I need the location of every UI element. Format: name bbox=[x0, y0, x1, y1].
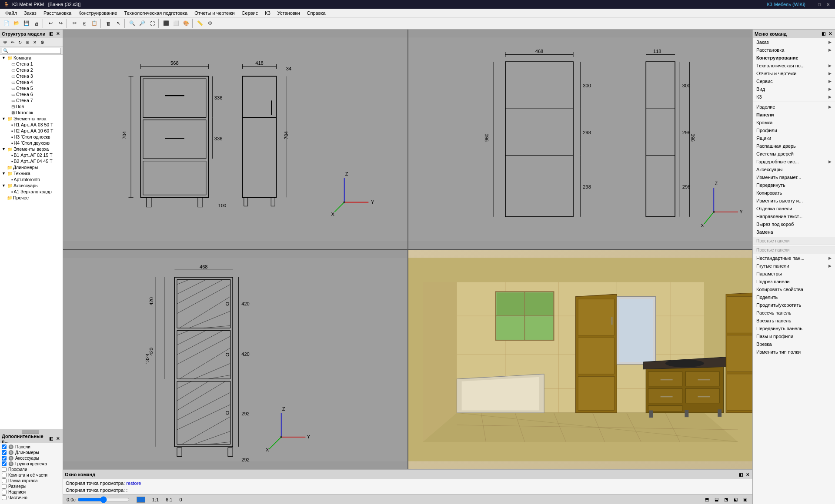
right-menu-item-1-2[interactable]: Кромка bbox=[753, 119, 835, 126]
right-menu-item-2-11[interactable]: Врезка bbox=[753, 340, 835, 348]
right-menu-item-0-5[interactable]: Сервис▶ bbox=[753, 77, 835, 85]
right-menu-item-1-0[interactable]: Изделие▶ bbox=[753, 103, 835, 111]
menu-item-заказ[interactable]: Заказ bbox=[20, 10, 40, 17]
tb-settings[interactable]: ⚙ bbox=[205, 19, 215, 28]
minimize-button[interactable]: — bbox=[807, 1, 814, 8]
structure-search-input[interactable] bbox=[2, 48, 61, 54]
right-menu-item-1-11[interactable]: Копировать bbox=[753, 189, 835, 197]
tree-item-11[interactable]: ▪Н1 Арт..АА 03 50 Т bbox=[0, 122, 63, 128]
st-edit[interactable]: ✏ bbox=[9, 39, 16, 46]
additional-checkbox-0[interactable] bbox=[2, 444, 7, 449]
st-refresh[interactable]: ↻ bbox=[17, 39, 23, 46]
tree-item-19[interactable]: ▼📁Техника bbox=[0, 170, 63, 176]
tb-zoom-out[interactable]: 🔎 bbox=[137, 19, 147, 28]
tree-item-15[interactable]: ▼📁Элементы верха bbox=[0, 146, 63, 152]
status-btn-2[interactable]: ⬓ bbox=[712, 496, 720, 504]
tree-item-0[interactable]: ▼📁Комната bbox=[0, 55, 63, 61]
tree-item-23[interactable]: 📁Прочее bbox=[0, 195, 63, 201]
additional-resize-btn[interactable]: ◧ bbox=[48, 436, 54, 442]
right-menu-item-0-2[interactable]: Конструирование bbox=[753, 54, 835, 62]
right-menu-item-0-6[interactable]: Вид▶ bbox=[753, 85, 835, 93]
right-menu-item-2-5[interactable]: Поделить bbox=[753, 293, 835, 301]
additional-checkbox-3[interactable] bbox=[2, 461, 7, 466]
tree-item-12[interactable]: ▪Н2 Арт..АА 10 60 Т bbox=[0, 128, 63, 134]
st-config[interactable]: ⚙ bbox=[39, 39, 46, 46]
tb-select[interactable]: ↖ bbox=[114, 19, 123, 28]
menu-item-справка[interactable]: Справка bbox=[304, 10, 329, 17]
tree-item-13[interactable]: ▪Н3 'Стол односкв bbox=[0, 134, 63, 140]
menu-item-расстановка[interactable]: Расстановка bbox=[40, 10, 75, 17]
right-menu-item-1-6[interactable]: Системы дверей bbox=[753, 150, 835, 158]
tree-item-7[interactable]: ▭Стена 7 bbox=[0, 97, 63, 103]
right-menu-item-2-7[interactable]: Рассечь панель bbox=[753, 309, 835, 317]
right-menu-item-0-4[interactable]: Отчеты и чертежи▶ bbox=[753, 70, 835, 77]
tree-item-6[interactable]: ▭Стена 6 bbox=[0, 91, 63, 97]
right-menu-item-2-8[interactable]: Врезать панель bbox=[753, 317, 835, 325]
right-menu-item-2-4[interactable]: Копировать свойства bbox=[753, 285, 835, 293]
menu-item-технологическая-подготовка[interactable]: Технологическая подготовка bbox=[120, 10, 191, 17]
right-menu-item-1-5[interactable]: Распашная дверь bbox=[753, 142, 835, 150]
tb-redo[interactable]: ↪ bbox=[56, 19, 65, 28]
viewport-top-right[interactable]: 468 118 960 300 298 bbox=[408, 30, 753, 249]
additional-checkbox-7[interactable] bbox=[2, 484, 7, 489]
right-menu-item-0-3[interactable]: Технологическая по...▶ bbox=[753, 62, 835, 70]
tb-measure[interactable]: 📏 bbox=[195, 19, 205, 28]
status-btn-4[interactable]: ⬕ bbox=[731, 496, 739, 504]
tb-print[interactable]: 🖨 bbox=[32, 19, 41, 28]
tb-undo[interactable]: ↩ bbox=[46, 19, 55, 28]
right-menu-item-1-13[interactable]: Отделка панели bbox=[753, 205, 835, 212]
right-menu-item-1-15[interactable]: Вырез под короб bbox=[753, 220, 835, 228]
right-menu-item-1-4[interactable]: Ящики bbox=[753, 134, 835, 142]
structure-resize-btn[interactable]: ◧ bbox=[48, 31, 54, 37]
right-menu-item-2-3[interactable]: Подрез панели bbox=[753, 278, 835, 285]
st-settings[interactable]: ✕ bbox=[31, 39, 38, 46]
right-menu-item-1-8[interactable]: Аксессуары bbox=[753, 166, 835, 173]
menu-item-отчеты-и-чертежи[interactable]: Отчеты и чертежи bbox=[191, 10, 238, 17]
cmd-close-btn[interactable]: ✕ bbox=[745, 471, 751, 477]
tb-copy[interactable]: ⎘ bbox=[80, 19, 89, 28]
right-menu-item-2-0[interactable]: Нестандартные пан...▶ bbox=[753, 254, 835, 262]
tb-delete[interactable]: 🗑 bbox=[104, 19, 113, 28]
right-menu-item-1-12[interactable]: Изменить высоту и... bbox=[753, 197, 835, 205]
structure-close-btn[interactable]: ✕ bbox=[55, 31, 61, 37]
menu-item-файл[interactable]: Файл bbox=[2, 10, 20, 17]
right-menu-item-1-10[interactable]: Передвинуть bbox=[753, 181, 835, 189]
tb-save[interactable]: 💾 bbox=[22, 19, 31, 28]
right-menu-item-1-14[interactable]: Направление текст... bbox=[753, 212, 835, 220]
tb-3d[interactable]: ⬛ bbox=[161, 19, 171, 28]
tree-item-8[interactable]: ⊟Пол bbox=[0, 103, 63, 109]
right-menu-item-0-7[interactable]: К3▶ bbox=[753, 93, 835, 101]
tree-item-18[interactable]: 📁Длиномеры bbox=[0, 164, 63, 170]
tree-item-17[interactable]: ▪В2 Арт..АГ 04 45 Т bbox=[0, 158, 63, 164]
tb-render[interactable]: 🎨 bbox=[181, 19, 191, 28]
tree-item-4[interactable]: ▭Стена 4 bbox=[0, 79, 63, 85]
status-btn-1[interactable]: ⬒ bbox=[703, 496, 711, 504]
color-swatch[interactable] bbox=[137, 497, 145, 503]
tb-new[interactable]: 📄 bbox=[2, 19, 11, 28]
right-menu-item-1-9[interactable]: Изменить парамет... bbox=[753, 173, 835, 181]
right-menu-item-2-10[interactable]: Пазы и профили bbox=[753, 332, 835, 340]
viewport-top-left[interactable]: 568 418 34 704 bbox=[63, 30, 407, 249]
progress-slider[interactable] bbox=[77, 497, 130, 502]
status-btn-5[interactable]: ▣ bbox=[741, 496, 749, 504]
tb-zoom-in[interactable]: 🔍 bbox=[127, 19, 137, 28]
right-menu-close-btn[interactable]: ✕ bbox=[827, 31, 833, 37]
tb-open[interactable]: 📂 bbox=[12, 19, 21, 28]
tree-item-1[interactable]: ▭Стена 1 bbox=[0, 61, 63, 67]
viewport-bottom-left[interactable]: 468 420 420 1324 420 420 bbox=[63, 250, 407, 469]
additional-checkbox-8[interactable] bbox=[2, 490, 7, 494]
additional-checkbox-9[interactable] bbox=[2, 495, 7, 500]
maximize-button[interactable]: □ bbox=[816, 1, 823, 8]
tb-2d[interactable]: ⬜ bbox=[171, 19, 181, 28]
tree-item-5[interactable]: ▭Стена 5 bbox=[0, 85, 63, 91]
tb-paste[interactable]: 📋 bbox=[90, 19, 99, 28]
tree-item-3[interactable]: ▭Стена 3 bbox=[0, 73, 63, 79]
tb-fit[interactable]: ⛶ bbox=[147, 19, 157, 28]
right-menu-item-1-7[interactable]: Гардеробные сис...▶ bbox=[753, 158, 835, 166]
right-menu-resize-btn[interactable]: ◧ bbox=[820, 31, 826, 37]
cmd-resize-btn[interactable]: ◧ bbox=[738, 471, 744, 477]
right-menu-item-2-9[interactable]: Передвинуть панель bbox=[753, 325, 835, 332]
st-filter[interactable]: ⊘ bbox=[24, 39, 31, 46]
menu-item-конструирование[interactable]: Конструирование bbox=[75, 10, 120, 17]
tree-item-16[interactable]: ▪В1 Арт..АГ 02 15 Т bbox=[0, 152, 63, 158]
